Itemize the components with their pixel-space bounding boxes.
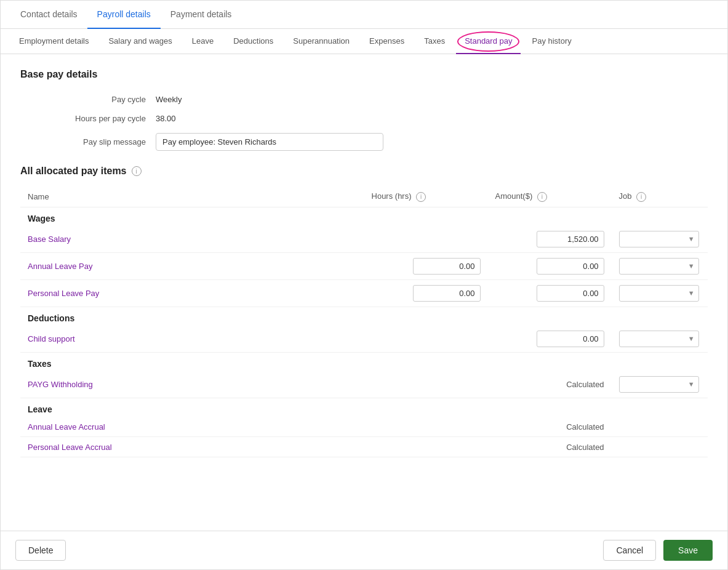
col-header-hours: Hours (hrs) i: [364, 187, 488, 207]
pay-slip-label: Pay slip message: [20, 137, 156, 147]
tab-contact[interactable]: Contact details: [10, 1, 87, 29]
child-support-job-select[interactable]: [620, 331, 684, 347]
item-annual-leave-pay[interactable]: Annual Leave Pay: [28, 262, 93, 271]
personal-leave-job-select[interactable]: [620, 286, 684, 301]
subtab-superannuation[interactable]: Superannuation: [284, 29, 358, 54]
base-salary-amount-input[interactable]: [537, 231, 604, 247]
pay-cycle-value: Weekly: [156, 95, 182, 104]
pay-cycle-label: Pay cycle: [20, 95, 156, 104]
col-header-amount: Amount($) i: [488, 187, 612, 207]
hours-value: 38.00: [156, 114, 176, 123]
base-pay-section-title: Base pay details: [20, 69, 708, 80]
cancel-button[interactable]: Cancel: [603, 540, 656, 561]
deductions-label: Deductions: [20, 307, 708, 326]
table-row: PAYG Withholding Calculated ▼: [20, 371, 708, 398]
personal-leave-amount-input[interactable]: [537, 285, 604, 302]
pay-slip-input[interactable]: [156, 133, 383, 151]
subtab-leave[interactable]: Leave: [183, 29, 222, 54]
payg-calculated-text: Calculated: [566, 380, 604, 389]
allocated-section-title: All allocated pay items: [20, 166, 127, 177]
annual-accrual-calculated-text: Calculated: [566, 422, 604, 432]
payg-job-select-wrapper: ▼: [619, 376, 699, 393]
personal-leave-job-select-wrapper: ▼: [619, 285, 699, 302]
pay-cycle-row: Pay cycle Weekly: [20, 95, 708, 104]
subtab-employment[interactable]: Employment details: [10, 29, 97, 54]
subtab-salary[interactable]: Salary and wages: [100, 29, 180, 54]
chevron-down-icon: ▼: [684, 232, 698, 246]
footer: Delete Cancel Save: [1, 531, 727, 569]
tab-payroll[interactable]: Payroll details: [87, 1, 161, 29]
tab-payment[interactable]: Payment details: [161, 1, 242, 29]
sub-tab-bar: Employment details Salary and wages Leav…: [1, 29, 727, 54]
chevron-down-icon: ▼: [684, 286, 698, 300]
hours-row: Hours per pay cycle 38.00: [20, 114, 708, 123]
base-salary-job-select[interactable]: [620, 231, 684, 247]
footer-right-actions: Cancel Save: [603, 540, 713, 561]
amount-info-icon[interactable]: i: [537, 192, 547, 202]
chevron-down-icon: ▼: [684, 259, 698, 273]
col-header-name: Name: [20, 187, 364, 207]
table-row: Personal Leave Pay ▼: [20, 279, 708, 307]
subtab-deductions[interactable]: Deductions: [225, 29, 282, 54]
subtab-payhistory[interactable]: Pay history: [523, 29, 580, 54]
hours-info-icon[interactable]: i: [416, 192, 426, 202]
personal-leave-hours-input[interactable]: [413, 285, 481, 302]
category-leave: Leave: [20, 398, 708, 417]
subtab-standard[interactable]: Standard pay: [456, 29, 521, 54]
item-personal-leave-pay[interactable]: Personal Leave Pay: [28, 289, 99, 298]
item-child-support[interactable]: Child support: [28, 334, 75, 343]
annual-leave-amount-input[interactable]: [537, 258, 604, 275]
subtab-taxes[interactable]: Taxes: [415, 29, 454, 54]
annual-leave-job-select-wrapper: ▼: [619, 258, 699, 275]
chevron-down-icon: ▼: [684, 377, 698, 391]
table-row: Annual Leave Pay ▼: [20, 252, 708, 279]
child-support-amount-input[interactable]: [537, 331, 604, 347]
job-info-icon[interactable]: i: [636, 192, 646, 202]
top-tab-bar: Contact details Payroll details Payment …: [1, 1, 727, 29]
leave-label: Leave: [20, 398, 708, 417]
payg-job-select[interactable]: [620, 377, 684, 392]
base-salary-job-select-wrapper: ▼: [619, 231, 699, 247]
item-personal-leave-accrual[interactable]: Personal Leave Accrual: [28, 443, 112, 452]
save-button[interactable]: Save: [663, 540, 713, 561]
table-row: Annual Leave Accrual Calculated: [20, 417, 708, 437]
subtab-expenses[interactable]: Expenses: [361, 29, 413, 54]
chevron-down-icon: ▼: [684, 332, 698, 345]
item-payg-withholding[interactable]: PAYG Withholding: [28, 380, 93, 389]
pay-items-table: Name Hours (hrs) i Amount($) i Job i: [20, 187, 708, 457]
item-base-salary[interactable]: Base Salary: [28, 235, 71, 244]
category-deductions: Deductions: [20, 307, 708, 326]
child-support-job-select-wrapper: ▼: [619, 331, 699, 347]
table-row: Personal Leave Accrual Calculated: [20, 436, 708, 457]
allocated-section-header: All allocated pay items i: [20, 166, 708, 177]
delete-button[interactable]: Delete: [15, 540, 66, 561]
main-content: Base pay details Pay cycle Weekly Hours …: [1, 54, 727, 531]
allocated-info-icon[interactable]: i: [132, 166, 142, 176]
table-row: Child support ▼: [20, 326, 708, 353]
col-header-job: Job i: [612, 187, 708, 207]
hours-label: Hours per pay cycle: [20, 114, 156, 123]
table-row: Base Salary ▼: [20, 226, 708, 253]
personal-accrual-calculated-text: Calculated: [566, 443, 604, 452]
taxes-label: Taxes: [20, 352, 708, 371]
wages-label: Wages: [20, 207, 708, 226]
category-wages: Wages: [20, 207, 708, 226]
annual-leave-hours-input[interactable]: [413, 258, 481, 275]
item-annual-leave-accrual[interactable]: Annual Leave Accrual: [28, 422, 105, 432]
category-taxes: Taxes: [20, 352, 708, 371]
annual-leave-job-select[interactable]: [620, 259, 684, 274]
pay-slip-row: Pay slip message: [20, 133, 708, 151]
